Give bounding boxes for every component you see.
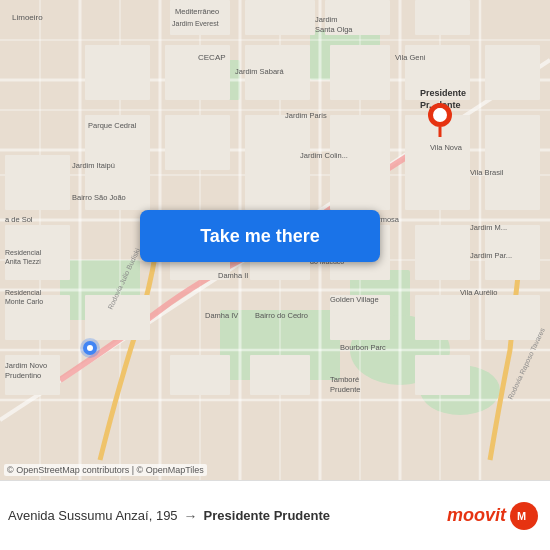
moovit-icon: M bbox=[510, 502, 538, 530]
footer-origin: Avenida Sussumu Anzaí, 195 bbox=[8, 508, 178, 523]
svg-text:Parque Cedral: Parque Cedral bbox=[88, 121, 137, 130]
svg-text:Jardim Par...: Jardim Par... bbox=[470, 251, 512, 260]
svg-rect-38 bbox=[330, 45, 390, 100]
svg-rect-50 bbox=[330, 155, 390, 210]
svg-text:Jardim Novo: Jardim Novo bbox=[5, 361, 47, 370]
svg-text:Santa Olga: Santa Olga bbox=[315, 25, 353, 34]
footer: Avenida Sussumu Anzaí, 195 → Presidente … bbox=[0, 480, 550, 550]
svg-text:a de Sol: a de Sol bbox=[5, 215, 33, 224]
svg-rect-51 bbox=[405, 155, 470, 210]
svg-text:Jardim: Jardim bbox=[315, 15, 338, 24]
svg-rect-35 bbox=[85, 45, 150, 100]
footer-destination: Presidente Prudente bbox=[204, 508, 330, 523]
svg-text:Tamboré: Tamboré bbox=[330, 375, 359, 384]
svg-rect-52 bbox=[485, 155, 540, 210]
svg-text:Vila Brasil: Vila Brasil bbox=[470, 168, 504, 177]
svg-text:Monte Carlo: Monte Carlo bbox=[5, 298, 43, 305]
svg-text:M: M bbox=[517, 510, 526, 522]
arrow-icon: → bbox=[184, 508, 198, 524]
svg-text:Vila Aurélio: Vila Aurélio bbox=[460, 288, 497, 297]
svg-point-110 bbox=[436, 108, 444, 116]
svg-text:Prudentino: Prudentino bbox=[5, 371, 41, 380]
svg-text:Jardim Colin...: Jardim Colin... bbox=[300, 151, 348, 160]
svg-point-114 bbox=[87, 345, 93, 351]
svg-rect-60 bbox=[85, 295, 150, 340]
svg-text:Limoeiro: Limoeiro bbox=[12, 13, 43, 22]
svg-rect-67 bbox=[415, 355, 470, 395]
svg-rect-62 bbox=[415, 295, 470, 340]
svg-rect-49 bbox=[245, 155, 310, 210]
take-me-there-button[interactable]: Take me there bbox=[140, 210, 380, 262]
svg-text:Vila Geni: Vila Geni bbox=[395, 53, 426, 62]
svg-rect-65 bbox=[170, 355, 230, 395]
svg-text:Jardim Itaipú: Jardim Itaipú bbox=[72, 161, 115, 170]
svg-text:Golden Village: Golden Village bbox=[330, 295, 379, 304]
svg-rect-42 bbox=[165, 115, 230, 170]
svg-text:Jardim Everest: Jardim Everest bbox=[172, 20, 219, 27]
svg-rect-32 bbox=[245, 0, 315, 35]
map-attribution: © OpenStreetMap contributors | © OpenMap… bbox=[4, 464, 207, 476]
svg-text:Prudente: Prudente bbox=[330, 385, 360, 394]
svg-text:Damha II: Damha II bbox=[218, 271, 248, 280]
svg-text:Vila Nova: Vila Nova bbox=[430, 143, 463, 152]
svg-text:Anita Tiezzi: Anita Tiezzi bbox=[5, 258, 41, 265]
svg-text:Bairro do Cedro: Bairro do Cedro bbox=[255, 311, 308, 320]
svg-text:Jardim Sabará: Jardim Sabará bbox=[235, 67, 285, 76]
svg-text:CECAP: CECAP bbox=[198, 53, 226, 62]
svg-text:Jardim M...: Jardim M... bbox=[470, 223, 507, 232]
map-container: Limoeiro Mediterrâneo Jardim Everest CEC… bbox=[0, 0, 550, 480]
svg-text:Jardim Paris: Jardim Paris bbox=[285, 111, 327, 120]
svg-text:Presidente: Presidente bbox=[420, 88, 466, 98]
svg-rect-47 bbox=[5, 155, 70, 210]
svg-text:Mediterrâneo: Mediterrâneo bbox=[175, 7, 219, 16]
svg-rect-34 bbox=[415, 0, 470, 35]
moovit-logo[interactable]: moovit M bbox=[447, 502, 538, 530]
svg-rect-57 bbox=[415, 225, 470, 280]
svg-rect-111 bbox=[437, 116, 443, 121]
svg-rect-66 bbox=[250, 355, 310, 395]
footer-left: Avenida Sussumu Anzaí, 195 → Presidente … bbox=[8, 508, 330, 524]
footer-route: Avenida Sussumu Anzaí, 195 → Presidente … bbox=[8, 508, 330, 524]
svg-rect-63 bbox=[485, 295, 540, 340]
moovit-text: moovit bbox=[447, 505, 506, 526]
svg-rect-31 bbox=[170, 0, 230, 35]
svg-text:Damha IV: Damha IV bbox=[205, 311, 238, 320]
svg-text:Residencial: Residencial bbox=[5, 249, 42, 256]
svg-text:Residencial: Residencial bbox=[5, 289, 42, 296]
svg-rect-40 bbox=[485, 45, 540, 100]
svg-text:Bourbon Parc: Bourbon Parc bbox=[340, 343, 386, 352]
svg-text:Bairro São João: Bairro São João bbox=[72, 193, 126, 202]
